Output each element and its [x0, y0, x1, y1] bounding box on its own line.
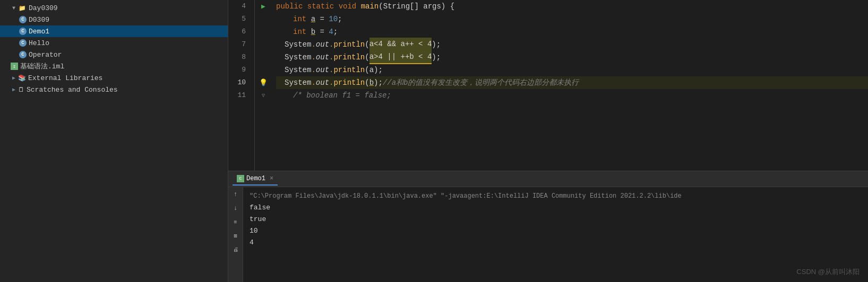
sidebar-label-jichu: 基础语法.iml — [20, 61, 64, 71]
sidebar-label-hello: Hello — [29, 39, 49, 47]
console-tab-close[interactable]: × — [270, 175, 273, 182]
scroll-down-btn[interactable]: ↓ — [230, 203, 241, 214]
line-num-7: 7 — [228, 38, 250, 51]
num-10: 10 — [329, 13, 338, 25]
iml-icon: I — [11, 63, 18, 70]
sidebar-item-day0309[interactable]: ▼ 📁 Day0309 — [0, 2, 228, 14]
method-main: main — [361, 0, 379, 13]
var-b-6: b — [311, 25, 315, 38]
clear-btn[interactable]: ⊠ — [230, 231, 241, 241]
sidebar-label-scratches: Scratches and Consoles — [27, 86, 118, 94]
console-sidebar: ↑ ↓ ≡ ⊠ 🖨 — [228, 187, 243, 282]
gutter-9 — [255, 64, 272, 76]
console-tab-label: Demo1 — [246, 175, 265, 182]
sidebar-item-hello[interactable]: C Hello — [0, 37, 228, 49]
line-num-10: 10 — [228, 76, 250, 89]
chevron-scratches-icon: ▶ — [11, 86, 17, 93]
gutter-4[interactable]: ▶ — [255, 0, 272, 13]
gutter: ▶ 💡 ▽ — [255, 0, 272, 171]
sidebar-item-demo1[interactable]: C Demo1 — [0, 25, 228, 37]
console-area: C Demo1 × ↑ ↓ ≡ ⊠ 🖨 "C:\Program Files\Ja… — [228, 171, 868, 282]
gutter-8 — [255, 51, 272, 64]
console-4: 4 — [250, 237, 862, 249]
console-true: true — [250, 214, 862, 225]
sidebar-label-d0309: D0309 — [29, 16, 49, 24]
highlight-a4: a<4 && a++ < 4 — [369, 38, 432, 51]
code-line-4: public static void main(String[] args) { — [276, 0, 868, 13]
line-numbers: 4 5 6 7 8 9 10 11 — [228, 0, 255, 171]
code-line-11: /* boolean f1 = false; — [276, 89, 868, 102]
code-editor[interactable]: 4 5 6 7 8 9 10 11 ▶ 💡 — [228, 0, 868, 171]
scratches-icon: 🗒 — [18, 86, 24, 94]
scroll-up-btn[interactable]: ↑ — [230, 189, 241, 200]
console-10: 10 — [250, 225, 862, 237]
type-int-6: int — [293, 25, 306, 38]
run-icon: ▶ — [261, 2, 265, 11]
sidebar-item-scratches[interactable]: ▶ 🗒 Scratches and Consoles — [0, 84, 228, 95]
gutter-11: ▽ — [255, 89, 272, 102]
gutter-5 — [255, 13, 272, 25]
watermark: CSDN @从前叫沐阳 — [796, 266, 860, 278]
type-int-5: int — [293, 13, 306, 25]
gutter-10[interactable]: 💡 — [255, 76, 272, 89]
folder-icon: 📁 — [18, 4, 27, 12]
line-num-4: 4 — [228, 0, 250, 13]
main-area: ▼ 📁 Day0309 C D0309 C Demo1 C Hello C Op… — [0, 0, 868, 282]
console-body: ↑ ↓ ≡ ⊠ 🖨 "C:\Program Files\Java\jdk-18.… — [228, 187, 868, 282]
gutter-7 — [255, 38, 272, 51]
sidebar-label-operator: Operator — [29, 51, 62, 59]
sidebar-item-extlib[interactable]: ▶ 📚 External Libraries — [0, 72, 228, 84]
java-icon-demo1: C — [19, 28, 27, 35]
bulb-icon: 💡 — [259, 78, 268, 87]
java-icon-d0309: C — [19, 16, 27, 23]
code-line-9: System.out.println(a); — [276, 64, 868, 76]
sidebar-label-extlib: External Libraries — [28, 74, 102, 82]
kw-public: public — [276, 0, 307, 13]
comment-line11: /* boolean f1 = false; — [293, 89, 391, 102]
editor-area: 4 5 6 7 8 9 10 11 ▶ 💡 — [228, 0, 868, 282]
console-path-line: "C:\Program Files\Java\jdk-18.0.1.1\bin\… — [250, 190, 862, 202]
code-line-7: System.out.println(a<4 && a++ < 4); — [276, 38, 868, 51]
sidebar: ▼ 📁 Day0309 C D0309 C Demo1 C Hello C Op… — [0, 0, 228, 282]
line-num-5: 5 — [228, 13, 250, 25]
code-line-8: System.out.println(a>4 || ++b < 4); — [276, 51, 868, 64]
gutter-6 — [255, 25, 272, 38]
code-line-6: int b = 4; — [276, 25, 868, 38]
kw-void: void — [339, 0, 361, 13]
sidebar-label-demo1: Demo1 — [29, 28, 49, 36]
print-btn[interactable]: 🖨 — [230, 244, 241, 255]
console-output: "C:\Program Files\Java\jdk-18.0.1.1\bin\… — [243, 187, 868, 282]
code-line-5: int a = 10; — [276, 13, 868, 25]
line-num-8: 8 — [228, 51, 250, 64]
sidebar-item-operator[interactable]: C Operator — [0, 49, 228, 60]
code-lines[interactable]: public static void main(String[] args) {… — [272, 0, 868, 171]
console-tab-demo1[interactable]: C Demo1 × — [233, 173, 278, 186]
console-tab-icon: C — [237, 175, 244, 182]
chevron-down-icon: ▼ — [11, 5, 17, 11]
java-icon-hello: C — [19, 39, 27, 47]
java-icon-operator: C — [19, 51, 27, 58]
console-false: false — [250, 202, 862, 214]
format-btn[interactable]: ≡ — [230, 217, 241, 227]
comment-line10: //a和b的值没有发生改变，说明两个代码右边部分都未执行 — [383, 76, 579, 89]
line-num-6: 6 — [228, 25, 250, 38]
console-tabs: C Demo1 × — [228, 171, 868, 187]
extlib-icon: 📚 — [18, 74, 26, 82]
var-a-5: a — [311, 13, 315, 25]
sidebar-label-day0309: Day0309 — [29, 4, 58, 12]
line-num-9: 9 — [228, 64, 250, 76]
line-num-11: 11 — [228, 89, 250, 102]
sidebar-item-jichu[interactable]: I 基础语法.iml — [0, 60, 228, 72]
console-path-text: "C:\Program Files\Java\jdk-18.0.1.1\bin\… — [250, 192, 682, 200]
kw-static: static — [307, 0, 339, 13]
code-line-10: System.out.println(b);//a和b的值没有发生改变，说明两个… — [276, 76, 868, 89]
highlight-a-gt-4: a>4 || ++b < 4 — [369, 50, 432, 64]
sidebar-item-d0309[interactable]: C D0309 — [0, 14, 228, 25]
arrow-down-icon: ▽ — [262, 92, 265, 99]
num-4: 4 — [329, 25, 333, 38]
chevron-right-icon: ▶ — [11, 75, 17, 81]
